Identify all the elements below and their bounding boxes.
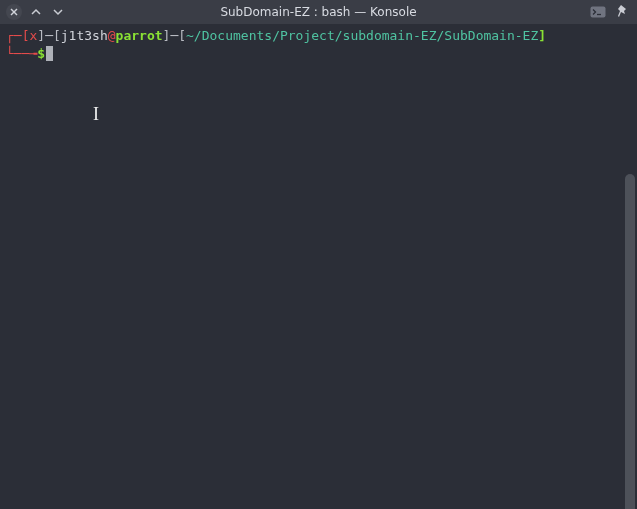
window-title: SubDomain-EZ : bash — Konsole (220, 5, 416, 19)
prompt-corner-tl: ┌─ (6, 28, 22, 43)
prompt-path: ~/Documents/Project/subdomain-EZ/SubDoma… (186, 28, 538, 43)
prompt-dash: ─ (45, 28, 53, 43)
scrollbar[interactable] (625, 174, 635, 509)
close-button[interactable] (6, 4, 22, 20)
arrow-down-button[interactable] (50, 5, 66, 19)
close-icon (9, 7, 19, 17)
window-titlebar: SubDomain-EZ : bash — Konsole (0, 0, 637, 24)
titlebar-right-controls (589, 4, 631, 20)
terminal-indicator-button[interactable] (589, 4, 607, 20)
pin-button[interactable] (613, 4, 631, 20)
prompt-bracket-close: ] (37, 28, 45, 43)
prompt-bracket-open3: [ (178, 28, 186, 43)
prompt-host: parrot (116, 28, 163, 43)
terminal-icon (590, 6, 606, 18)
terminal-content[interactable]: ┌─[x]─[j1t3sh@parrot]─[~/Documents/Proje… (0, 24, 637, 509)
prompt-line-2: └──╼ $ (6, 45, 631, 63)
chevron-up-icon (30, 7, 42, 17)
text-cursor-icon: I (93, 102, 99, 126)
titlebar-left-controls (6, 4, 66, 20)
prompt-at: @ (108, 28, 116, 43)
scrollbar-thumb[interactable] (625, 174, 635, 509)
arrow-up-button[interactable] (28, 5, 44, 19)
prompt-bracket-close3: ] (538, 28, 546, 43)
pin-icon (616, 5, 628, 19)
prompt-corner-bl: └──╼ (6, 45, 37, 63)
svg-rect-2 (591, 7, 606, 18)
chevron-down-icon (52, 7, 64, 17)
prompt-dollar: $ (37, 45, 45, 63)
prompt-line-1: ┌─[x]─[j1t3sh@parrot]─[~/Documents/Proje… (6, 27, 631, 45)
terminal-cursor (46, 46, 53, 61)
prompt-bracket-open2: [ (53, 28, 61, 43)
prompt-user: j1t3sh (61, 28, 108, 43)
